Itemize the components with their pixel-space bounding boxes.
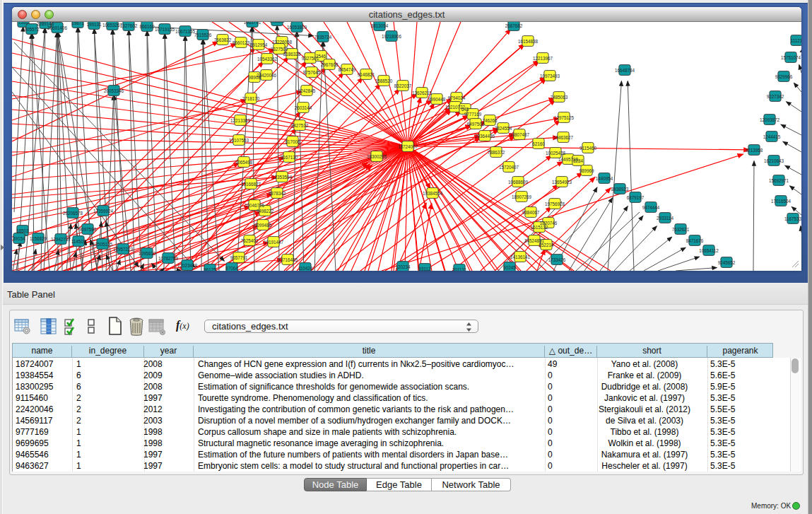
svg-text:8213958: 8213958 — [746, 148, 763, 153]
svg-text:9329966: 9329966 — [775, 74, 793, 79]
svg-text:7663822: 7663822 — [214, 37, 232, 42]
svg-text:1531: 1531 — [18, 22, 29, 25]
svg-text:15692971: 15692971 — [769, 178, 789, 183]
svg-text:4099485: 4099485 — [254, 223, 272, 228]
svg-text:62160: 62160 — [532, 141, 545, 146]
svg-text:7886372: 7886372 — [488, 150, 505, 155]
svg-text:252214: 252214 — [539, 243, 554, 247]
svg-text:8454749: 8454749 — [339, 67, 356, 72]
svg-text:2603144: 2603144 — [295, 105, 312, 110]
svg-text:108326: 108326 — [269, 22, 285, 23]
svg-text:8813054: 8813054 — [371, 23, 389, 28]
svg-text:18300295: 18300295 — [367, 154, 387, 159]
svg-text:20053346: 20053346 — [104, 88, 124, 93]
svg-text:19384554: 19384554 — [423, 191, 443, 196]
svg-text:7515526: 7515526 — [194, 33, 212, 37]
svg-text:10543362: 10543362 — [257, 57, 278, 62]
svg-text:90245: 90245 — [503, 265, 516, 270]
svg-text:10688609: 10688609 — [508, 180, 529, 185]
svg-text:10782759: 10782759 — [158, 256, 179, 261]
svg-text:10107553: 10107553 — [229, 138, 249, 143]
svg-text:9384067: 9384067 — [522, 210, 540, 215]
svg-text:17016504: 17016504 — [771, 199, 792, 204]
svg-text:8186328: 8186328 — [283, 52, 301, 57]
svg-text:19191447: 19191447 — [264, 240, 284, 245]
svg-text:15751074: 15751074 — [781, 55, 801, 60]
svg-text:2546: 2546 — [316, 54, 326, 59]
svg-text:8990448: 8990448 — [428, 97, 446, 102]
svg-text:17957223: 17957223 — [113, 247, 134, 252]
svg-text:7485063: 7485063 — [551, 95, 568, 100]
svg-text:1440954: 1440954 — [596, 176, 613, 181]
svg-text:39154: 39154 — [13, 236, 25, 241]
svg-text:19871: 19871 — [71, 22, 84, 25]
svg-text:19756928: 19756928 — [545, 201, 565, 206]
svg-text:9245652: 9245652 — [718, 260, 736, 265]
svg-text:12942737: 12942737 — [51, 237, 71, 242]
svg-text:10046706: 10046706 — [245, 203, 265, 208]
svg-text:13654923: 13654923 — [552, 180, 572, 185]
svg-text:9777169: 9777169 — [464, 112, 482, 117]
svg-text:9097588: 9097588 — [79, 227, 97, 232]
svg-text:16053809: 16053809 — [287, 25, 307, 30]
svg-text:8471676: 8471676 — [686, 238, 704, 243]
svg-text:18503: 18503 — [16, 228, 29, 233]
svg-text:1095810: 1095810 — [139, 251, 156, 256]
svg-text:199131: 199131 — [86, 22, 102, 27]
svg-text:19218906: 19218906 — [382, 34, 402, 39]
svg-text:817006: 817006 — [285, 139, 300, 144]
svg-text:20691406: 20691406 — [47, 25, 68, 30]
svg-text:20364436: 20364436 — [475, 134, 495, 139]
svg-text:8938923: 8938923 — [611, 187, 629, 192]
svg-text:10654112: 10654112 — [699, 248, 719, 253]
svg-text:2933114: 2933114 — [657, 216, 674, 221]
svg-text:866160: 866160 — [139, 24, 155, 29]
svg-text:9146821: 9146821 — [358, 72, 375, 77]
svg-text:645: 645 — [461, 107, 469, 112]
svg-text:20206578: 20206578 — [63, 211, 83, 216]
svg-text:9242845: 9242845 — [298, 88, 316, 93]
svg-text:14136141: 14136141 — [510, 255, 531, 259]
svg-text:1156829: 1156829 — [30, 236, 47, 241]
svg-text:10973493: 10973493 — [540, 74, 560, 78]
svg-text:12975125: 12975125 — [554, 115, 575, 120]
svg-text:8757645: 8757645 — [303, 70, 321, 75]
svg-text:2687682: 2687682 — [505, 23, 523, 28]
svg-text:8427512: 8427512 — [291, 123, 309, 128]
svg-text:16210643: 16210643 — [764, 158, 784, 163]
svg-text:7632621: 7632621 — [672, 227, 690, 232]
svg-text:6879197: 6879197 — [627, 195, 645, 200]
svg-text:12093872: 12093872 — [760, 117, 780, 122]
svg-text:18907269: 18907269 — [512, 194, 532, 199]
svg-text:93112: 93112 — [418, 267, 431, 271]
svg-text:19463627: 19463627 — [553, 135, 574, 140]
svg-text:1065498: 1065498 — [235, 160, 253, 165]
svg-text:10807487: 10807487 — [510, 132, 530, 137]
svg-text:10719155: 10719155 — [155, 27, 175, 32]
svg-text:110424: 110424 — [298, 266, 313, 271]
svg-text:13626215: 13626215 — [412, 90, 433, 95]
svg-text:9474444: 9474444 — [642, 205, 660, 210]
svg-text:1963791: 1963791 — [244, 22, 261, 25]
svg-text:87064: 87064 — [225, 266, 238, 271]
svg-text:17359924: 17359924 — [93, 209, 114, 214]
svg-text:1733426: 1733426 — [548, 257, 566, 262]
svg-text:9227342: 9227342 — [767, 94, 784, 99]
svg-text:23226058: 23226058 — [272, 40, 293, 45]
svg-text:114519: 114519 — [71, 239, 86, 244]
svg-text:9327509: 9327509 — [271, 47, 288, 52]
svg-text:1588520: 1588520 — [375, 78, 393, 83]
svg-text:11121: 11121 — [791, 38, 801, 43]
svg-text:746266: 746266 — [482, 118, 498, 123]
svg-text:201131: 201131 — [452, 267, 467, 271]
svg-text:7625402: 7625402 — [241, 238, 259, 243]
svg-text:2718170: 2718170 — [242, 96, 260, 101]
svg-text:8167130: 8167130 — [281, 155, 298, 160]
svg-text:13716485: 13716485 — [278, 257, 298, 262]
svg-text:12023448: 12023448 — [177, 263, 198, 268]
svg-text:2967608: 2967608 — [321, 62, 339, 67]
svg-text:16648784: 16648784 — [615, 68, 635, 73]
svg-text:7835724: 7835724 — [314, 35, 332, 40]
svg-text:16154838: 16154838 — [518, 39, 539, 44]
svg-text:18724007: 18724007 — [398, 144, 418, 149]
